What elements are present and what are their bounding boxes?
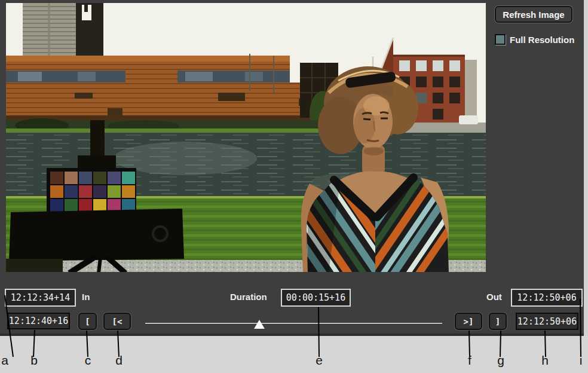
annotation-letter-c: c — [80, 354, 96, 367]
goto-out-button[interactable]: >] — [455, 313, 482, 330]
refresh-image-button[interactable]: Refresh Image — [495, 6, 572, 23]
mark-in-button[interactable]: [ — [78, 313, 97, 330]
video-preview — [6, 3, 486, 272]
annotation-letter-f: f — [462, 354, 477, 367]
annotation-letter-a: a — [0, 354, 13, 367]
in-timecode-display[interactable]: 12:12:34+14 — [5, 289, 76, 307]
annotation-letter-h: h — [537, 354, 553, 367]
duration-field[interactable]: 00:00:15+16 — [281, 289, 351, 307]
out-timecode-field[interactable]: 12:12:50+06 — [516, 313, 578, 330]
window-edge-strip — [584, 0, 588, 336]
annotation-letter-g: g — [493, 354, 509, 367]
out-timecode-display[interactable]: 12:12:50+06 — [511, 289, 583, 307]
slider-thumb[interactable] — [254, 320, 265, 329]
goto-in-button[interactable]: [< — [103, 313, 131, 330]
annotation-letter-b: b — [26, 354, 42, 367]
position-slider[interactable] — [145, 323, 442, 325]
mark-out-button[interactable]: ] — [489, 313, 507, 330]
annotation-letter-i: i — [573, 354, 588, 367]
full-resolution-checkbox[interactable] — [495, 34, 506, 45]
annotation-letter-e: e — [311, 354, 327, 367]
duration-label: Duration — [230, 292, 267, 302]
in-label: In — [82, 292, 90, 302]
in-timecode-field[interactable]: 12:12:40+16 — [7, 313, 70, 329]
annotation-letter-d: d — [111, 354, 127, 367]
out-label: Out — [486, 292, 502, 302]
full-resolution-label: Full Resolution — [510, 35, 574, 45]
